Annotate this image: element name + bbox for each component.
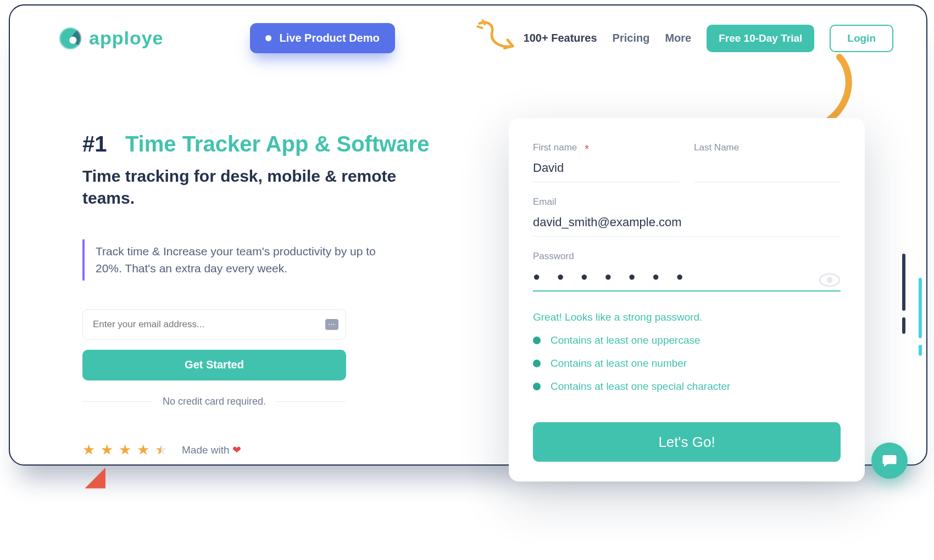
rule-number: Contains at least one number [533, 357, 841, 369]
password-input[interactable] [533, 264, 841, 292]
top-nav: apploye Live Product Demo 100+ Features … [10, 5, 926, 53]
nav-link-more[interactable]: More [665, 32, 691, 44]
first-name-field: First name * [533, 142, 680, 182]
last-name-label: Last Name [694, 142, 739, 153]
star-icon: ★ [119, 441, 131, 458]
partner-logo-cropped: ◢ [86, 461, 105, 491]
get-started-button[interactable]: Get Started [82, 350, 346, 380]
rating-row: ★ ★ ★ ★ ★ Made with ❤ [82, 441, 440, 458]
hero-quote: Track time & Increase your team's produc… [82, 239, 403, 281]
hero-title-main: Time Tracker App & Software [125, 132, 430, 156]
rule-special: Contains at least one special character [533, 380, 841, 393]
toggle-password-visibility[interactable] [819, 273, 841, 287]
nav-link-pricing[interactable]: Pricing [613, 32, 650, 44]
free-trial-button[interactable]: Free 10-Day Trial [707, 25, 814, 52]
hero-section: #1 Time Tracker App & Software Time trac… [82, 131, 440, 458]
chat-launcher[interactable] [871, 443, 908, 479]
star-icon: ★ [137, 441, 149, 458]
check-dot-icon [533, 383, 541, 390]
made-with-label: Made with ❤ [182, 444, 241, 456]
password-label: Password [533, 251, 574, 262]
first-name-input[interactable] [533, 155, 680, 182]
hero-title-hash: #1 [82, 132, 107, 156]
star-half-icon: ★ [155, 441, 168, 458]
brand-logo[interactable]: apploye [59, 27, 163, 49]
hero-subtitle: Time tracking for desk, mobile & remote … [82, 165, 440, 210]
rule-uppercase: Contains at least one uppercase [533, 334, 841, 346]
svg-point-1 [827, 277, 833, 283]
star-icon: ★ [82, 441, 95, 458]
brand-name: apploye [89, 27, 163, 49]
check-dot-icon [533, 337, 541, 344]
signup-email-input[interactable] [533, 210, 841, 237]
submit-signup-button[interactable]: Let's Go! [533, 422, 841, 462]
heart-icon: ❤ [232, 444, 241, 456]
last-name-input[interactable] [694, 155, 841, 182]
email-label: Email [533, 197, 557, 208]
star-icon: ★ [101, 441, 113, 458]
login-button[interactable]: Login [830, 25, 893, 52]
password-field: Password [533, 251, 841, 292]
email-capture: ⋯ [82, 309, 346, 340]
no-credit-card-note: No credit card required. [82, 396, 346, 407]
first-name-label: First name [533, 142, 577, 153]
hero-title: #1 Time Tracker App & Software [82, 131, 440, 158]
password-rules: Contains at least one uppercase Contains… [533, 334, 841, 393]
last-name-field: Last Name [694, 142, 841, 182]
email-field: Email [533, 197, 841, 237]
password-strength-msg: Great! Looks like a strong password. [533, 311, 841, 323]
chat-icon [881, 452, 898, 469]
live-demo-button[interactable]: Live Product Demo [250, 23, 394, 53]
no-credit-card-text: No credit card required. [163, 396, 266, 407]
brand-logo-icon [59, 27, 81, 49]
attention-squiggle-icon [475, 19, 519, 55]
nav-link-features[interactable]: 100+ Features [524, 32, 597, 44]
signup-card: First name * Last Name Email Password [509, 118, 865, 481]
check-dot-icon [533, 360, 541, 367]
eye-icon [819, 273, 841, 287]
live-demo-label: Live Product Demo [279, 32, 379, 44]
email-input[interactable] [82, 309, 346, 340]
live-dot-icon [265, 35, 271, 41]
keyboard-icon: ⋯ [325, 319, 338, 330]
